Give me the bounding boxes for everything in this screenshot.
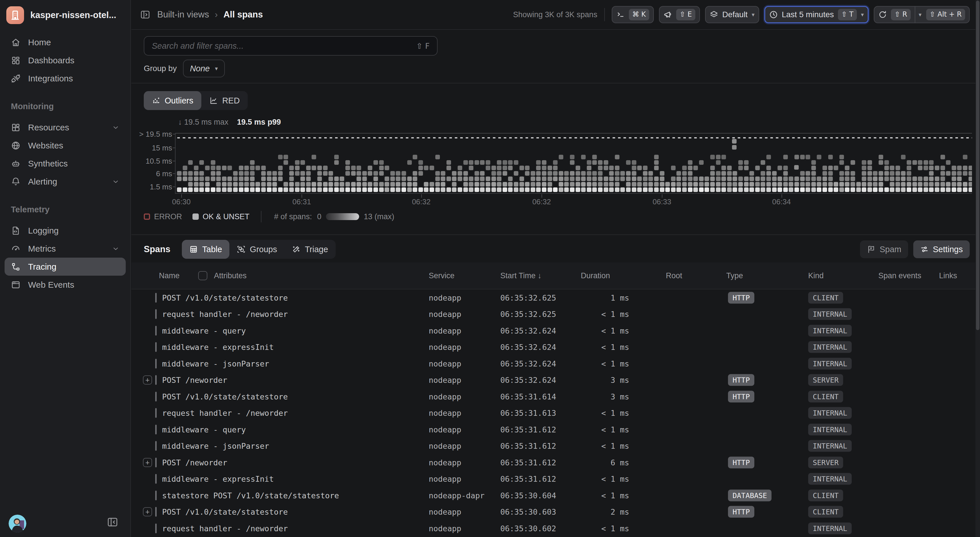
spans-tab-triage[interactable]: Triage bbox=[285, 240, 336, 259]
table-row[interactable]: statestore POST /v1.0/state/statestoreno… bbox=[132, 487, 980, 504]
sidebar-item-websites[interactable]: Websites bbox=[5, 136, 126, 155]
y-axis-label: 10.5 ms bbox=[132, 157, 172, 166]
table-row[interactable]: middleware - expressInitnodeapp06:35:31.… bbox=[132, 471, 980, 488]
expand-row-button[interactable]: + bbox=[143, 507, 152, 516]
sidebar-collapse-icon[interactable] bbox=[106, 515, 119, 529]
bell-icon bbox=[11, 177, 21, 186]
heatmap-cell bbox=[721, 155, 726, 159]
heatmap-cell bbox=[452, 177, 457, 181]
table-row[interactable]: middleware - querynodeapp06:35:31.612< 1… bbox=[132, 421, 980, 438]
sidebar-item-synthetics[interactable]: Synthetics bbox=[5, 155, 126, 172]
heatmap-cell bbox=[592, 160, 597, 165]
table-row[interactable]: request handler - /newordernodeapp06:35:… bbox=[132, 405, 980, 422]
table-row[interactable]: +POST /newordernodeapp06:35:32.6243 msHT… bbox=[132, 372, 980, 389]
column-header-kind[interactable]: Kind bbox=[808, 271, 824, 280]
table-row[interactable]: +POST /newordernodeapp06:35:31.6126 msHT… bbox=[132, 454, 980, 471]
sidebar-item-resources[interactable]: Resources bbox=[5, 118, 126, 136]
table-row[interactable]: request handler - /newordernodeapp06:35:… bbox=[132, 306, 980, 323]
heatmap-cell bbox=[772, 177, 777, 181]
expand-row-button[interactable]: + bbox=[143, 375, 152, 384]
announce-kbd: ⇧ E bbox=[676, 9, 695, 20]
column-header-links[interactable]: Links bbox=[939, 271, 957, 280]
heatmap-cell bbox=[581, 155, 585, 159]
search-input[interactable]: Search and filter spans... ⇧ F bbox=[144, 36, 438, 56]
column-header-service[interactable]: Service bbox=[429, 271, 455, 280]
heatmap-cell bbox=[424, 182, 428, 186]
sidebar-item-label: Resources bbox=[28, 123, 69, 132]
column-header-root[interactable]: Root bbox=[666, 271, 682, 280]
group-by-select[interactable]: None ▾ bbox=[183, 60, 224, 77]
heatmap-cell bbox=[598, 182, 603, 186]
heatmap-cell bbox=[194, 171, 199, 176]
count-max: 13 (max) bbox=[364, 212, 395, 221]
spans-tab-groups[interactable]: Groups bbox=[229, 240, 285, 259]
time-range-button[interactable]: Last 5 minutes ⇧ T ▾ bbox=[764, 6, 869, 23]
table-row[interactable]: middleware - jsonParsernodeapp06:35:31.6… bbox=[132, 438, 980, 454]
heatmap-cell bbox=[272, 171, 277, 176]
spam-button[interactable]: Spam bbox=[860, 241, 908, 258]
spans-tab-table[interactable]: Table bbox=[182, 240, 229, 259]
spans-tab-label: Table bbox=[202, 245, 222, 254]
column-header-start-time[interactable]: Start Time ↓ bbox=[500, 271, 541, 280]
heatmap-cell bbox=[559, 182, 563, 186]
panel-toggle-icon[interactable] bbox=[140, 10, 150, 20]
workspace-switcher[interactable]: kasper-nissen-otel... bbox=[0, 0, 130, 31]
command-palette-button[interactable]: ⌘ K bbox=[612, 6, 654, 23]
service-cell: nodeapp-dapr bbox=[429, 491, 485, 500]
column-header-duration[interactable]: Duration bbox=[581, 271, 610, 280]
settings-button[interactable]: Settings bbox=[913, 241, 970, 258]
table-row[interactable]: +POST /v1.0/state/statestorenodeapp06:35… bbox=[132, 504, 980, 520]
heatmap-cell bbox=[317, 187, 322, 192]
heatmap-cell bbox=[682, 166, 687, 170]
chart-tab-red[interactable]: RED bbox=[201, 91, 248, 110]
column-header-attributes[interactable]: Attributes bbox=[214, 271, 247, 280]
column-header-span-events[interactable]: Span events bbox=[878, 271, 921, 280]
heatmap-cell bbox=[317, 171, 322, 176]
heatmap-cell bbox=[648, 182, 653, 186]
sidebar-item-dashboards[interactable]: Dashboards bbox=[5, 51, 126, 69]
sidebar-item-home[interactable]: Home bbox=[5, 33, 126, 51]
sidebar-item-web-events[interactable]: Web Events bbox=[5, 276, 126, 294]
announce-button[interactable]: ⇧ E bbox=[659, 6, 700, 23]
heatmap-cell bbox=[710, 182, 715, 186]
heatmap-cell bbox=[885, 166, 889, 170]
heatmap-cell bbox=[654, 166, 659, 170]
heatmap-cell bbox=[536, 171, 541, 176]
refresh-options-caret[interactable]: ▾ bbox=[915, 11, 925, 18]
sidebar-item-tracing[interactable]: Tracing bbox=[5, 258, 126, 276]
expand-row-button[interactable]: + bbox=[143, 458, 152, 467]
table-row[interactable]: middleware - jsonParsernodeapp06:35:32.6… bbox=[132, 355, 980, 372]
heatmap-cell bbox=[643, 166, 648, 170]
heatmap-cell bbox=[890, 187, 894, 192]
user-avatar[interactable] bbox=[9, 515, 26, 532]
sidebar-item-logging[interactable]: Logging bbox=[5, 221, 126, 239]
table-row[interactable]: POST /v1.0/state/statestorenodeapp06:35:… bbox=[132, 289, 980, 306]
table-row[interactable]: middleware - querynodeapp06:35:32.624< 1… bbox=[132, 322, 980, 339]
heatmap-cell bbox=[435, 187, 440, 192]
heatmap-cell bbox=[239, 187, 243, 192]
heatmap-cell bbox=[328, 177, 333, 181]
auto-refresh-button[interactable]: ⇧ Alt + R bbox=[925, 9, 969, 20]
table-row[interactable]: POST /v1.0/state/statestorenodeapp06:35:… bbox=[132, 388, 980, 405]
sidebar-item-integrations[interactable]: Integrations bbox=[5, 69, 126, 88]
refresh-button[interactable]: ⇧ R bbox=[874, 9, 915, 20]
sidebar-item-alerting[interactable]: Alerting bbox=[5, 172, 126, 191]
attributes-checkbox[interactable] bbox=[198, 271, 207, 280]
sidebar-item-metrics[interactable]: Metrics bbox=[5, 239, 126, 258]
column-header-name[interactable]: Name bbox=[159, 271, 180, 280]
view-selector-button[interactable]: Default ▾ bbox=[705, 6, 759, 23]
heatmap-cell bbox=[306, 182, 311, 186]
heatmap-cell bbox=[794, 177, 799, 181]
breadcrumb-parent[interactable]: Built-in views bbox=[157, 10, 209, 20]
column-header-type[interactable]: Type bbox=[726, 271, 743, 280]
duration-cell: 3 ms bbox=[555, 392, 629, 401]
heatmap-cell bbox=[817, 187, 821, 192]
service-cell: nodeapp bbox=[429, 376, 461, 384]
heatmap-cell bbox=[800, 171, 805, 176]
heatmap-cell bbox=[789, 177, 793, 181]
scrollbar-thumb[interactable] bbox=[976, 1, 979, 330]
chart-tab-outliers[interactable]: Outliers bbox=[144, 91, 201, 110]
table-row[interactable]: request handler - /newordernodeapp06:35:… bbox=[132, 520, 980, 537]
heatmap-cell bbox=[407, 187, 412, 192]
table-row[interactable]: middleware - expressInitnodeapp06:35:32.… bbox=[132, 339, 980, 355]
